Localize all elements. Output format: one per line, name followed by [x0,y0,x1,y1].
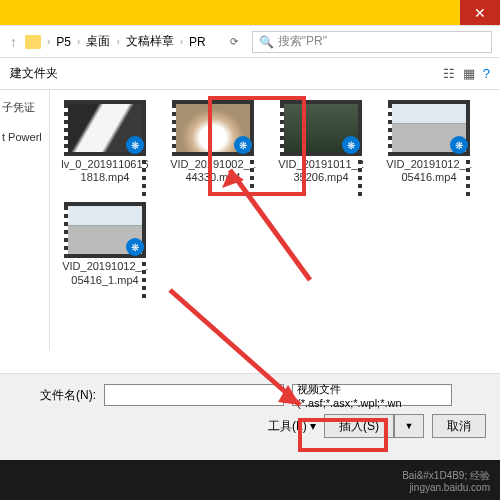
chevron-right-icon: › [77,36,80,47]
media-badge-icon: ❋ [126,238,144,256]
file-name: VID_20191012_105416.mp4 [384,158,474,184]
filename-input[interactable] [104,384,284,406]
video-thumbnail: ❋ [64,202,146,258]
file-name: VID_20191012_105416_1.mp4 [60,260,150,286]
file-item[interactable]: ❋ VID_20191012_105416.mp4 [384,100,474,184]
media-badge-icon: ❋ [450,136,468,154]
file-name: lv_0_20191106161818.mp4 [60,158,150,184]
close-button[interactable]: ✕ [460,0,500,25]
insert-dropdown-icon[interactable]: ▼ [394,414,424,438]
help-icon[interactable]: ? [483,66,490,81]
insert-button-label[interactable]: 插入(S) [324,414,394,438]
file-name: VID_20191011_235206.mp4 [276,158,366,184]
video-thumbnail: ❋ [388,100,470,156]
titlebar-title [0,0,460,25]
cancel-button[interactable]: 取消 [432,414,486,438]
watermark-url: jingyan.baidu.com [402,482,490,494]
watermark: Bai&#x1D4B9; 经验 jingyan.baidu.com [402,470,490,494]
breadcrumb-item[interactable]: PR [189,35,206,49]
folder-icon [25,35,41,49]
chevron-right-icon: › [47,36,50,47]
address-bar: ↑ › P5 › 桌面 › 文稿样章 › PR ⟳ 🔍 搜索"PR" [0,26,500,58]
file-item[interactable]: ❋ lv_0_20191106161818.mp4 [60,100,150,184]
file-item[interactable]: ❋ VID_20191011_235206.mp4 [276,100,366,184]
file-name: VID_20191002_144330.mp4 [168,158,258,184]
search-placeholder: 搜索"PR" [278,33,327,50]
sidebar: 子凭证 t Powerl [0,90,50,350]
chevron-right-icon: › [180,36,183,47]
sidebar-item[interactable] [2,119,47,127]
filetype-dropdown[interactable]: 视频文件 (*.asf;*.asx;*.wpl;*.wn [292,384,452,406]
video-thumbnail: ❋ [172,100,254,156]
breadcrumb-item[interactable]: 文稿样章 [126,33,174,50]
file-item[interactable]: ❋ VID_20191012_105416_1.mp4 [60,202,150,286]
toolbar: 建文件夹 ☷ ▦ ? [0,58,500,90]
media-badge-icon: ❋ [342,136,360,154]
sidebar-item[interactable]: t Powerl [2,127,47,147]
file-grid: ❋ lv_0_20191106161818.mp4 ❋ VID_20191002… [50,90,500,350]
tools-dropdown[interactable]: 工具(L) ▾ [268,418,316,435]
bottom-panel: 文件名(N): 视频文件 (*.asf;*.asx;*.wpl;*.wn 工具(… [0,373,500,460]
view-list-icon[interactable]: ☷ [443,66,455,81]
media-badge-icon: ❋ [234,136,252,154]
watermark-logo: Bai&#x1D4B9; 经验 [402,470,490,482]
file-item[interactable]: ❋ VID_20191002_144330.mp4 [168,100,258,184]
search-icon: 🔍 [259,35,274,49]
filetype-label: 视频文件 (*.asf;*.asx;*.wpl;*.wn [297,382,447,409]
media-badge-icon: ❋ [126,136,144,154]
refresh-icon[interactable]: ⟳ [230,36,238,47]
chevron-right-icon: › [116,36,119,47]
search-input[interactable]: 🔍 搜索"PR" [252,31,492,53]
breadcrumb-item[interactable]: P5 [56,35,71,49]
video-thumbnail: ❋ [280,100,362,156]
titlebar: ✕ [0,0,500,26]
insert-button[interactable]: 插入(S) ▼ [324,414,424,438]
video-thumbnail: ❋ [64,100,146,156]
nav-up-icon[interactable]: ↑ [8,34,19,50]
sidebar-item[interactable]: 子凭证 [2,96,47,119]
breadcrumb-item[interactable]: 桌面 [86,33,110,50]
main-area: 子凭证 t Powerl ❋ lv_0_20191106161818.mp4 ❋… [0,90,500,350]
filename-label: 文件名(N): [40,387,96,404]
new-folder-button[interactable]: 建文件夹 [10,65,58,82]
view-details-icon[interactable]: ▦ [463,66,475,81]
